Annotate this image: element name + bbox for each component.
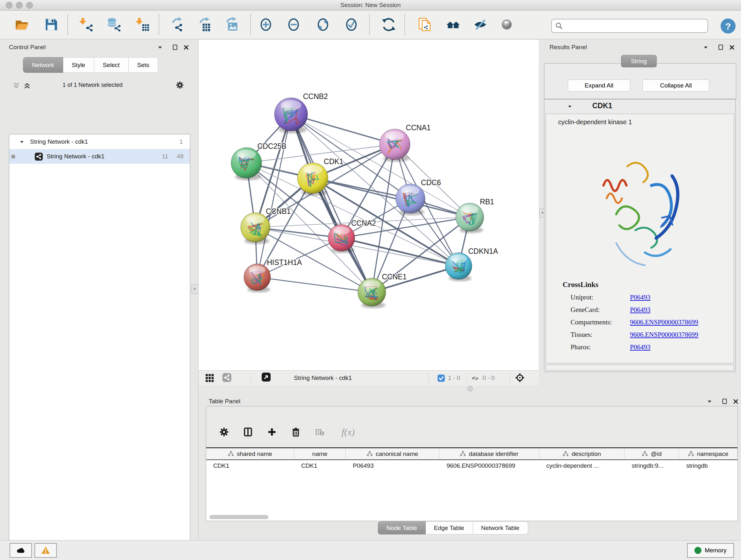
import-network-database-button[interactable]: [104, 13, 124, 36]
expand-all-button[interactable]: Expand All: [568, 79, 630, 91]
network-edge[interactable]: [257, 114, 291, 277]
node-CCNB1[interactable]: [241, 212, 270, 244]
crosslink-link[interactable]: 9606.ENSP00000378699: [630, 331, 698, 339]
node-RB1[interactable]: [456, 203, 484, 233]
table-cell[interactable]: cyclin-dependent ...: [539, 462, 625, 469]
show-columns-icon[interactable]: [239, 424, 257, 440]
selected-checkbox-icon[interactable]: [437, 374, 445, 383]
network-collection-row[interactable]: String Network - cdk1 1: [9, 134, 190, 149]
network-graph[interactable]: CCNB2CCNA1CDC25BCDK1CDC6RB1CCNB1CCNA2CDK…: [199, 40, 539, 370]
tab-edge-table[interactable]: Edge Table: [426, 521, 473, 535]
warnings-button[interactable]: [35, 543, 57, 558]
crosslink-link[interactable]: P06493: [630, 306, 650, 314]
table-row[interactable]: CDK1CDK1P064939606.ENSP00000378699cyclin…: [206, 460, 738, 472]
control-panel-menu-button[interactable]: [155, 43, 165, 52]
node-CDK1[interactable]: [297, 163, 328, 196]
network-edge[interactable]: [291, 114, 372, 292]
crosslink-link[interactable]: P06493: [630, 343, 650, 351]
column-header-@id[interactable]: @id: [624, 448, 679, 459]
export-image-button[interactable]: [222, 13, 242, 36]
column-header-description[interactable]: description: [539, 448, 625, 459]
node-CCNA1[interactable]: [380, 129, 410, 162]
left-splitter-handle[interactable]: [192, 285, 199, 294]
column-header-shared-name[interactable]: shared name: [206, 448, 294, 459]
save-session-button[interactable]: [41, 13, 61, 36]
cloud-button[interactable]: [10, 543, 32, 558]
control-panel-float-button[interactable]: [171, 43, 180, 52]
collapse-all-button[interactable]: Collapse All: [643, 79, 710, 91]
crosslink-link[interactable]: 9606.ENSP00000378699: [630, 318, 698, 326]
table-options-gear-icon[interactable]: [215, 424, 233, 440]
hidden-eye-slash-icon[interactable]: [471, 374, 480, 384]
import-network-file-button[interactable]: [76, 13, 96, 36]
clone-network-button[interactable]: [414, 13, 435, 36]
tab-string[interactable]: String: [621, 55, 657, 67]
reset-view-crosshair-icon[interactable]: [515, 373, 525, 382]
export-table-button[interactable]: [195, 13, 215, 36]
gene-expander-icon[interactable]: [567, 104, 572, 109]
grid-view-icon[interactable]: [205, 373, 214, 383]
results-panel-float-button[interactable]: [716, 43, 726, 52]
tab-style[interactable]: Style: [63, 57, 94, 73]
column-header-namespace[interactable]: namespace: [679, 448, 738, 459]
zoom-out-button[interactable]: [283, 13, 304, 36]
expand-all-networks-icon[interactable]: [11, 81, 21, 90]
network-edge[interactable]: [257, 238, 341, 277]
collapse-all-networks-icon[interactable]: [22, 81, 32, 90]
create-column-icon[interactable]: [263, 424, 281, 440]
export-network-button[interactable]: [167, 13, 188, 36]
delete-table-icon[interactable]: [311, 424, 329, 440]
table-cell[interactable]: P06493: [346, 462, 440, 469]
column-header-database-identifier[interactable]: database identifier: [440, 448, 539, 459]
node-CCNA2[interactable]: [328, 225, 355, 253]
table-cell[interactable]: 9606.ENSP00000378699: [440, 462, 539, 469]
memory-button[interactable]: Memory: [687, 543, 734, 558]
node-CCNB2[interactable]: [274, 98, 308, 133]
network-edge[interactable]: [313, 178, 470, 217]
column-header-name[interactable]: name: [294, 448, 346, 459]
node-CDC25B[interactable]: [231, 147, 262, 180]
zoom-fit-button[interactable]: [313, 13, 333, 36]
table-cell[interactable]: stringdb: [679, 462, 738, 469]
table-panel-close-button[interactable]: [731, 396, 740, 406]
network-options-gear-icon[interactable]: [175, 80, 185, 90]
table-cell[interactable]: CDK1: [294, 462, 346, 469]
collection-expander-icon[interactable]: [19, 139, 24, 144]
string-home-button[interactable]: [443, 13, 463, 36]
open-session-button[interactable]: [11, 13, 32, 36]
table-panel-float-button[interactable]: [720, 396, 730, 406]
results-panel-close-button[interactable]: [727, 43, 737, 52]
delete-column-trash-icon[interactable]: [287, 424, 305, 440]
hide-structure-images-button[interactable]: [470, 13, 490, 36]
network-row[interactable]: String Network - cdk1 11 48: [9, 149, 190, 164]
node-HIST1H1A[interactable]: [244, 264, 271, 293]
tab-sets[interactable]: Sets: [129, 57, 158, 73]
import-table-file-button[interactable]: [132, 13, 153, 36]
apply-layout-button[interactable]: [379, 13, 399, 36]
glass-ball-effect-button[interactable]: [496, 13, 517, 36]
network-edge[interactable]: [257, 277, 372, 292]
tab-node-table[interactable]: Node Table: [378, 521, 426, 535]
help-button[interactable]: ?: [721, 18, 736, 34]
zoom-selected-button[interactable]: [341, 13, 361, 36]
birds-eye-view-icon[interactable]: [261, 372, 271, 382]
search-input[interactable]: [563, 22, 708, 30]
tab-network[interactable]: Network: [23, 57, 63, 73]
network-share-icon[interactable]: [222, 373, 232, 382]
table-panel-menu-button[interactable]: [704, 396, 714, 406]
node-CDKN1A[interactable]: [445, 253, 472, 281]
column-header-canonical-name[interactable]: canonical name: [346, 448, 440, 459]
tab-select[interactable]: Select: [94, 57, 129, 73]
table-cell[interactable]: CDK1: [206, 462, 294, 469]
control-panel-close-button[interactable]: [181, 43, 191, 52]
node-CCNE1[interactable]: [358, 278, 386, 308]
results-panel-menu-button[interactable]: [701, 43, 711, 52]
network-canvas[interactable]: CCNB2CCNA1CDC25BCDK1CDC6RB1CCNB1CCNA2CDK…: [199, 40, 539, 370]
horizontal-scrollbar[interactable]: [209, 515, 268, 519]
crosslink-link[interactable]: P06493: [630, 294, 650, 301]
function-builder-icon[interactable]: f(x): [337, 424, 359, 440]
node-CDC6[interactable]: [396, 184, 425, 215]
zoom-in-button[interactable]: [256, 13, 276, 36]
table-cell[interactable]: stringdb:9...: [624, 462, 679, 469]
tab-network-table[interactable]: Network Table: [473, 521, 528, 535]
